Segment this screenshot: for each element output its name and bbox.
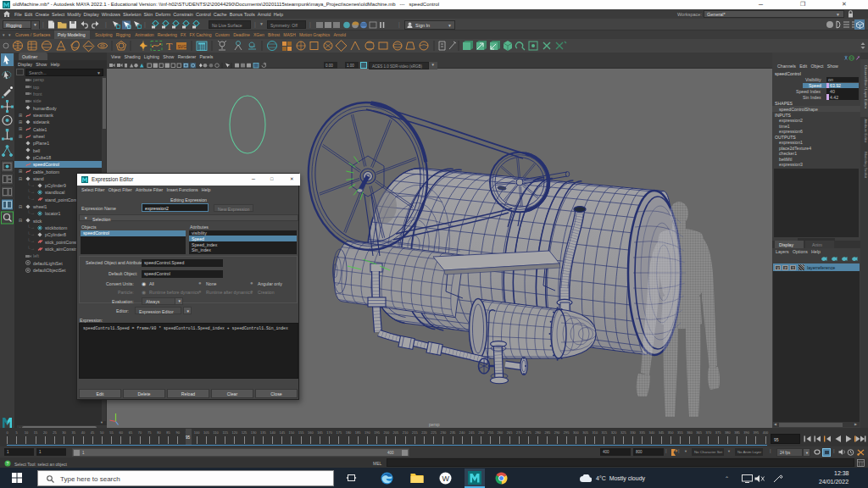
svg-text:SVG: SVG xyxy=(178,44,187,49)
svg-text:T: T xyxy=(166,41,173,53)
svg-text:W: W xyxy=(442,474,450,483)
svg-text:?: ? xyxy=(7,461,9,466)
